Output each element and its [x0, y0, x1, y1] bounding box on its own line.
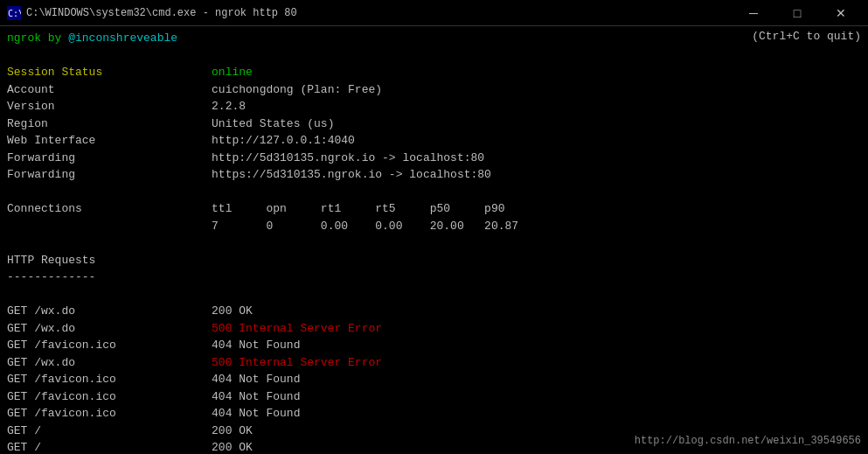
title-bar-title: C:\WINDOWS\system32\cmd.exe - ngrok http… — [26, 7, 297, 19]
region-line: Region United States (us) — [7, 115, 861, 133]
request-1: GET /wx.do 200 OK — [7, 303, 861, 320]
connections-header: Connections ttl opn rt1 rt5 p50 p90 — [7, 200, 861, 218]
web-interface-line: Web Interface http://127.0.0.1:4040 — [7, 132, 861, 150]
svg-text:C:\: C:\ — [8, 9, 21, 18]
title-bar: C:\ C:\WINDOWS\system32\cmd.exe - ngrok … — [0, 0, 868, 26]
terminal-window: (Ctrl+C to quit) ngrok by @inconshreveab… — [0, 26, 868, 454]
cmd-icon: C:\ — [7, 6, 21, 20]
close-button[interactable]: ✕ — [821, 0, 861, 26]
request-7: GET /favicon.ico 404 Not Found — [7, 405, 861, 423]
request-3: GET /favicon.ico 404 Not Found — [7, 337, 861, 354]
connections-values: 7 0 0.00 0.00 20.00 20.87 — [7, 218, 861, 235]
title-bar-controls: ─ □ ✕ — [733, 0, 861, 26]
version-line: Version 2.2.8 — [7, 98, 861, 115]
watermark: http://blog.csdn.net/weixin_39549656 — [635, 435, 861, 447]
http-requests-divider: ------------- — [7, 269, 861, 286]
ngrok-header: ngrok by @inconshreveable — [7, 30, 861, 47]
blank-line-4 — [7, 286, 861, 304]
account-line: Account cuichongdong (Plan: Free) — [7, 81, 861, 99]
quit-hint: (Ctrl+C to quit) — [752, 30, 861, 43]
blank-line-2 — [7, 184, 861, 201]
forwarding-http-line: Forwarding http://5d310135.ngrok.io -> l… — [7, 150, 861, 167]
request-6: GET /favicon.ico 404 Not Found — [7, 388, 861, 406]
request-4: GET /wx.do 500 Internal Server Error — [7, 354, 861, 372]
request-5: GET /favicon.ico 404 Not Found — [7, 371, 861, 388]
request-2: GET /wx.do 500 Internal Server Error — [7, 320, 861, 338]
maximize-button[interactable]: □ — [777, 0, 817, 26]
session-status-line: Session Status online — [7, 64, 861, 81]
http-requests-header: HTTP Requests — [7, 252, 861, 269]
title-bar-left: C:\ C:\WINDOWS\system32\cmd.exe - ngrok … — [7, 6, 297, 20]
blank-line-1 — [7, 47, 861, 65]
forwarding-https-line: Forwarding https://5d310135.ngrok.io -> … — [7, 166, 861, 184]
minimize-button[interactable]: ─ — [733, 0, 774, 26]
blank-line-3 — [7, 234, 861, 252]
